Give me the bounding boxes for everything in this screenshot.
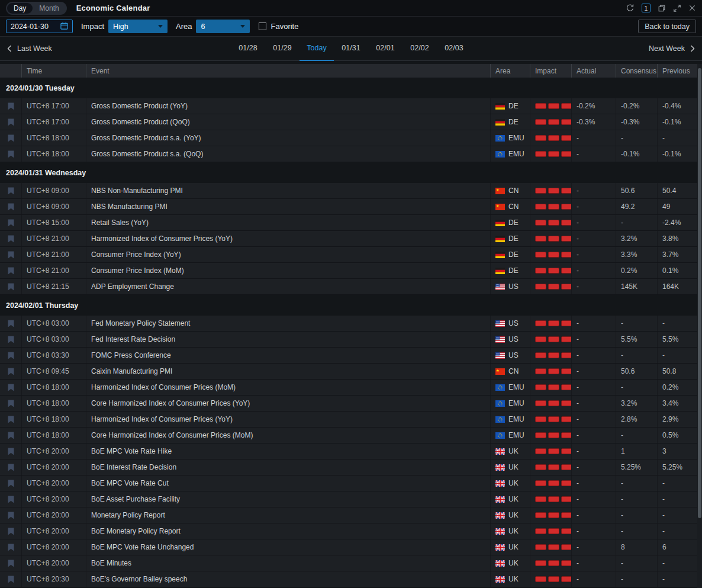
date-picker-input[interactable]: 2024-01-30 [6,20,73,33]
bookmark-cell[interactable] [0,183,21,198]
table-row[interactable]: UTC+8 09:00 NBS Non-Manufacturing PMI CN… [0,183,702,199]
impact-bar [561,252,571,258]
scrollbar-track[interactable] [697,64,702,588]
bookmark-cell[interactable] [0,98,21,114]
bookmark-cell[interactable] [0,491,21,507]
table-row[interactable]: UTC+8 03:30 FOMC Press Conference US - -… [0,348,702,364]
impact-bar [561,528,571,534]
table-row[interactable]: UTC+8 18:00 Gross Domestic Product s.a. … [0,130,702,146]
week-day-tab[interactable]: 01/28 [231,37,265,61]
table-row[interactable]: UTC+8 20:00 BoE Interest Rate Decision U… [0,460,702,475]
bookmark-cell[interactable] [0,396,21,411]
bookmark-cell[interactable] [0,555,21,571]
table-row[interactable]: UTC+8 21:00 Harmonized Index of Consumer… [0,231,702,247]
back-to-today-button[interactable]: Back to today [638,20,696,33]
impact-bar [561,448,571,454]
bookmark-cell[interactable] [0,215,21,230]
last-week-button[interactable]: Last Week [7,44,52,53]
table-row[interactable]: UTC+8 09:00 NBS Manufacturing PMI CN - 4… [0,199,702,215]
area-cell: UK [490,491,530,507]
table-row[interactable]: UTC+8 15:00 Retail Sales (YoY) DE - - -2… [0,215,702,231]
table-row[interactable]: UTC+8 20:00 BoE Asset Purchase Facility … [0,491,702,507]
table-row[interactable]: UTC+8 20:00 BoE MPC Vote Rate Unchanged … [0,539,702,555]
bookmark-cell[interactable] [0,412,21,427]
table-row[interactable]: UTC+8 17:00 Gross Domestic Product (YoY)… [0,98,702,114]
table-row[interactable]: UTC+8 09:45 Caixin Manufacturing PMI CN … [0,364,702,380]
consensus-value: 5.25% [616,460,657,475]
table-row[interactable]: UTC+8 20:00 Monetary Policy Report UK - … [0,507,702,523]
table-row[interactable]: UTC+8 18:00 Core Harmonized Index of Con… [0,428,702,444]
impact-bar [548,544,559,550]
week-day-tab[interactable]: 02/01 [368,37,402,61]
bookmark-cell[interactable] [0,539,21,555]
bookmark-cell[interactable] [0,348,21,363]
table-row[interactable]: UTC+8 21:15 ADP Employment Change US - 1… [0,279,702,295]
bookmark-cell[interactable] [0,475,21,491]
tab-month[interactable]: Month [33,3,65,14]
scrollbar-thumb[interactable] [698,68,701,518]
tab-day[interactable]: Day [7,3,33,14]
impact-level [530,460,571,475]
week-day-tab[interactable]: 02/02 [402,37,437,61]
bookmark-cell[interactable] [0,332,21,347]
panel-count-badge[interactable]: 1 [642,4,651,12]
table-row[interactable]: UTC+8 20:00 BoE Monetary Policy Report U… [0,523,702,539]
table-row[interactable]: UTC+8 20:00 BoE Minutes UK - - - [0,555,702,571]
table-row[interactable]: UTC+8 18:00 Harmonized Index of Consumer… [0,380,702,396]
next-week-button[interactable]: Next Week [649,44,695,53]
area-select[interactable]: 6 [196,20,250,33]
table-row[interactable]: UTC+8 20:00 BoE MPC Vote Rate Cut UK - -… [0,475,702,491]
bookmark-cell[interactable] [0,146,21,162]
bookmark-cell[interactable] [0,279,21,294]
bookmark-cell[interactable] [0,364,21,379]
bookmark-icon [8,187,14,195]
bookmark-cell[interactable] [0,130,21,146]
impact-bar [535,544,546,550]
consensus-value: - [616,555,657,571]
table-row[interactable]: UTC+8 18:00 Harmonized Index of Consumer… [0,412,702,428]
impact-bar [561,544,571,550]
favorite-checkbox[interactable] [259,23,266,30]
flag-emu-icon [495,151,505,158]
table-row[interactable]: UTC+8 18:00 Gross Domestic Product s.a. … [0,146,702,162]
table-row[interactable]: UTC+8 21:00 Consumer Price Index (YoY) D… [0,247,702,263]
table-row[interactable]: UTC+8 03:00 Fed Interest Rate Decision U… [0,332,702,348]
calendar-icon[interactable] [60,22,68,31]
bookmark-cell[interactable] [0,316,21,331]
table-row[interactable]: UTC+8 20:00 BoE MPC Vote Rate Hike UK - … [0,444,702,460]
week-day-tab[interactable]: 01/29 [265,37,300,61]
area-cell: UK [490,475,530,491]
bookmark-cell[interactable] [0,428,21,443]
consensus-value: 1 [616,444,657,459]
table-row[interactable]: UTC+8 20:30 BoE's Governor Bailey speech… [0,571,702,587]
bookmark-cell[interactable] [0,199,21,214]
bookmark-cell[interactable] [0,231,21,246]
close-icon[interactable] [688,4,696,12]
week-day-tab[interactable]: 02/03 [437,37,471,61]
week-day-tab-active[interactable]: Today [300,37,334,61]
impact-bar [561,464,571,470]
bookmark-cell[interactable] [0,523,21,539]
impact-select[interactable]: High [108,20,168,33]
expand-icon[interactable] [673,4,681,12]
table-row[interactable]: UTC+8 21:00 Consumer Price Index (MoM) D… [0,263,702,279]
actual-value: - [571,364,616,379]
restore-window-icon[interactable] [658,4,666,12]
flag-emu-icon [495,432,505,439]
table-row[interactable]: UTC+8 03:00 Fed Monetary Policy Statemen… [0,316,702,332]
table-row[interactable]: UTC+8 17:00 Gross Domestic Product (QoQ)… [0,114,702,130]
bookmark-cell[interactable] [0,571,21,587]
bookmark-cell[interactable] [0,444,21,459]
week-day-tab[interactable]: 01/31 [334,37,368,61]
area-code: DE [508,118,519,126]
bookmark-cell[interactable] [0,114,21,130]
bookmark-cell[interactable] [0,263,21,278]
bookmark-cell[interactable] [0,247,21,262]
refresh-icon[interactable] [626,4,635,12]
bookmark-cell[interactable] [0,460,21,475]
table-row[interactable]: UTC+8 18:00 Core Harmonized Index of Con… [0,396,702,412]
bookmark-cell[interactable] [0,507,21,523]
area-cell: CN [490,183,530,198]
col-impact: Impact [530,64,571,78]
bookmark-cell[interactable] [0,380,21,395]
